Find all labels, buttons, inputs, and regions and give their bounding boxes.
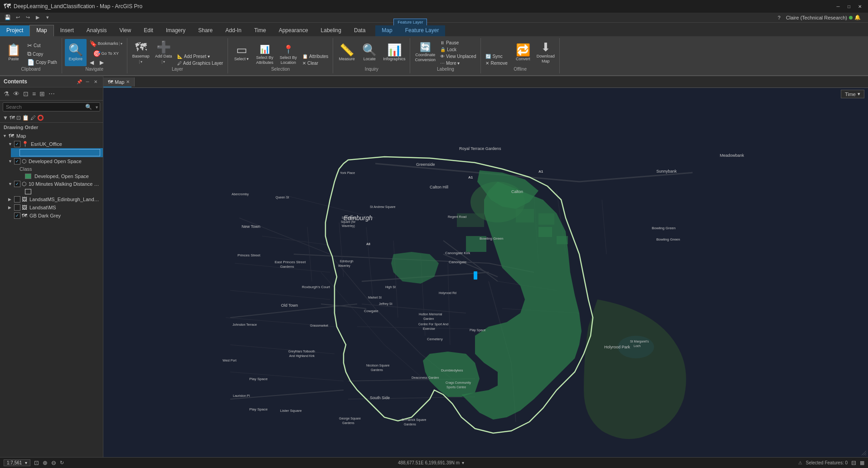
layer-item-esriuk[interactable]: ▼ ✓ 📍 EsriUK_Office bbox=[5, 140, 103, 148]
sidebar-minimize-button[interactable]: ─ bbox=[84, 78, 91, 85]
search-dropdown-icon[interactable]: ▾ bbox=[94, 105, 100, 110]
maximize-button[interactable]: □ bbox=[844, 2, 853, 11]
list-view-button[interactable]: ≡ bbox=[31, 89, 37, 98]
sidebar-pin-button[interactable]: 📌 bbox=[76, 78, 83, 85]
sync-button[interactable]: 🔄 Sync bbox=[484, 53, 509, 59]
bookmarks-button[interactable]: 🔖 Bookmarks ▾ bbox=[87, 39, 124, 48]
tab-project[interactable]: Project bbox=[0, 25, 29, 36]
coord-units-dropdown[interactable]: ▾ bbox=[462, 460, 464, 465]
map-view-btn[interactable]: ▦ bbox=[860, 460, 864, 466]
basemap-arrow[interactable]: ▾ bbox=[139, 60, 142, 64]
tab-appearance[interactable]: Appearance bbox=[272, 25, 315, 36]
add-data-arrow[interactable]: ▾ bbox=[162, 60, 165, 64]
map-tab[interactable]: 🗺 Map ✕ bbox=[103, 77, 135, 87]
layer-item-landsat-ms[interactable]: ▶ 🖼 Landsat\MS bbox=[5, 203, 103, 212]
back-button[interactable]: ◀ bbox=[87, 59, 97, 66]
zoom-out-btn[interactable]: ⊖ bbox=[51, 459, 56, 466]
check-landsat-ms[interactable] bbox=[14, 204, 20, 211]
tab-data[interactable]: Data bbox=[348, 25, 372, 36]
time-dropdown-icon[interactable]: ▾ bbox=[858, 91, 860, 97]
check-devopen[interactable]: ✓ bbox=[14, 158, 20, 164]
paste-button[interactable]: 📋 Paste bbox=[3, 39, 24, 66]
lock-labels-button[interactable]: 🔒 Lock bbox=[438, 47, 478, 53]
select-by-attrs-button[interactable]: 📊 Select ByAttributes bbox=[253, 43, 276, 66]
thumbnail-view-button[interactable]: ⊞ bbox=[39, 89, 46, 98]
map-svg[interactable]: Royal Terrace Gardens Greenside Calton H… bbox=[103, 88, 868, 457]
map-tab-close[interactable]: ✕ bbox=[126, 79, 130, 84]
more-labeling-button[interactable]: ⋯ More ▾ bbox=[438, 60, 478, 66]
tab-view[interactable]: View bbox=[113, 25, 137, 36]
download-map-button[interactable]: ⬇ DownloadMap bbox=[535, 39, 557, 66]
copy-path-button[interactable]: 📄 Copy Path bbox=[25, 58, 59, 66]
layer-item-walk10[interactable]: ▼ ✓ ⬡ 10 Minutes Walking Distance from O… bbox=[5, 180, 103, 188]
tab-addin[interactable]: Add-In bbox=[219, 25, 247, 36]
basemap-button[interactable]: 🗺 Basemap ▾ bbox=[130, 39, 152, 66]
tab-feature-layer[interactable]: Feature Layer bbox=[399, 25, 446, 36]
copy-button[interactable]: ⧉ Copy bbox=[25, 50, 59, 58]
tab-time[interactable]: Time bbox=[248, 25, 272, 36]
forward-button[interactable]: ▶ bbox=[97, 59, 107, 66]
explore-button[interactable]: 🔍 Explore bbox=[65, 39, 87, 66]
search-icon[interactable]: 🔍 bbox=[83, 104, 94, 110]
infographics-button[interactable]: 📊 Infographics bbox=[381, 39, 407, 66]
view-unplaced-button[interactable]: 👁 View Unplaced bbox=[438, 53, 478, 59]
map-canvas[interactable]: Time ▾ bbox=[103, 88, 868, 457]
zoom-to-extent-btn[interactable]: ⊡ bbox=[34, 459, 39, 466]
expand-walk10[interactable]: ▼ bbox=[8, 182, 13, 186]
bookmarks-arrow[interactable]: ▾ bbox=[119, 42, 122, 46]
tab-analysis[interactable]: Analysis bbox=[80, 25, 113, 36]
check-landsat-edu[interactable] bbox=[14, 196, 20, 203]
add-graphics-layer-button[interactable]: 🖊 Add Graphics Layer bbox=[175, 60, 225, 66]
pause-labeling-button[interactable]: ⏸ Pause bbox=[438, 40, 478, 46]
undo-button[interactable]: ↩ bbox=[14, 14, 22, 22]
minimize-button[interactable]: ─ bbox=[834, 2, 843, 11]
expand-landsat-edu[interactable]: ▶ bbox=[8, 197, 13, 202]
layer-item-edit[interactable] bbox=[11, 148, 103, 157]
sidebar-close-button[interactable]: ✕ bbox=[92, 78, 99, 85]
resize-handle[interactable] bbox=[860, 449, 866, 455]
time-indicator[interactable]: Time ▾ bbox=[841, 90, 864, 98]
tab-map[interactable]: Map bbox=[29, 25, 53, 36]
layout-btn[interactable]: ⊟ bbox=[851, 459, 856, 466]
tab-feature-map[interactable]: Map bbox=[375, 25, 398, 36]
layer-item-map[interactable]: ▼ 🗺 Map bbox=[0, 132, 103, 140]
tab-edit[interactable]: Edit bbox=[137, 25, 160, 36]
layer-item-gb-dark[interactable]: ✓ 🗺 GB Dark Grey bbox=[5, 212, 103, 220]
close-button[interactable]: ✕ bbox=[855, 2, 864, 11]
select-button[interactable]: ▭ Select ▾ bbox=[231, 39, 252, 66]
rotate-btn[interactable]: ↻ bbox=[60, 460, 64, 466]
goto-xy-button[interactable]: 🎯 Go To XY bbox=[87, 49, 124, 58]
expand-devopen[interactable]: ▼ bbox=[8, 159, 13, 164]
convert-button[interactable]: 🔁 Convert bbox=[512, 39, 534, 66]
filter-by-visibility-button[interactable]: 👁 bbox=[12, 89, 20, 98]
layer-item-devopen[interactable]: ▼ ✓ ⬡ Developed Open Space bbox=[5, 157, 103, 165]
tab-share[interactable]: Share bbox=[192, 25, 219, 36]
cut-button[interactable]: ✂ Cut bbox=[25, 42, 59, 49]
expand-esriuk[interactable]: ▼ bbox=[8, 142, 13, 146]
coord-conversion-button[interactable]: 🔄 CoordinateConversion bbox=[413, 39, 437, 66]
scale-box[interactable]: 1:7,561 ▾ bbox=[4, 459, 30, 466]
scale-dropdown[interactable]: ▾ bbox=[25, 460, 27, 465]
zoom-in-btn[interactable]: ⊕ bbox=[43, 459, 48, 466]
remove-button[interactable]: ✕ Remove bbox=[484, 60, 509, 66]
filter-by-type-button[interactable]: ⚗ bbox=[3, 89, 10, 98]
attributes-button[interactable]: 📋 Attributes bbox=[301, 53, 330, 59]
layer-item-landsat-edu[interactable]: ▶ 🖼 LandsatMS_Edinburgh_LandUse bbox=[5, 195, 103, 203]
run-button[interactable]: ▶ bbox=[34, 14, 42, 22]
add-data-button[interactable]: ➕ Add Data ▾ bbox=[153, 39, 175, 66]
tab-imagery[interactable]: Imagery bbox=[160, 25, 192, 36]
more-button[interactable]: ▾ bbox=[44, 14, 52, 22]
select-by-loc-button[interactable]: 📍 Select ByLocation bbox=[277, 43, 300, 66]
notification-icon[interactable]: 🔔 bbox=[854, 14, 861, 20]
expand-landsat-ms[interactable]: ▶ bbox=[8, 205, 13, 210]
save-button[interactable]: 💾 bbox=[4, 14, 12, 22]
more-options-button[interactable]: ⋯ bbox=[48, 89, 56, 98]
check-walk10[interactable]: ✓ bbox=[14, 181, 20, 187]
check-gb-dark[interactable]: ✓ bbox=[14, 212, 20, 219]
locate-button[interactable]: 🔍 Locate bbox=[359, 39, 380, 66]
filter-by-extent-button[interactable]: ⊡ bbox=[22, 89, 29, 98]
help-icon[interactable]: ? bbox=[778, 15, 781, 20]
add-preset-button[interactable]: 📐 Add Preset ▾ bbox=[175, 53, 225, 59]
clear-selection-button[interactable]: ✕ Clear bbox=[301, 60, 330, 66]
tab-labeling[interactable]: Labeling bbox=[315, 25, 348, 36]
